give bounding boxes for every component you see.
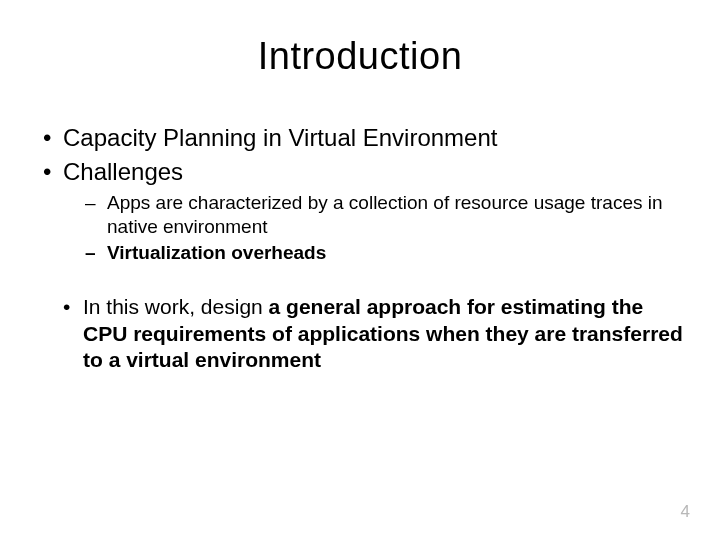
bullet-in-this-work-pre: In this work, design: [83, 295, 269, 318]
slide-title: Introduction: [30, 35, 690, 78]
page-number: 4: [681, 502, 690, 522]
slide: Introduction Capacity Planning in Virtua…: [0, 0, 720, 540]
spacer: [35, 266, 690, 294]
slide-content: Capacity Planning in Virtual Environment…: [30, 123, 690, 373]
bullet-in-this-work: In this work, design a general approach …: [35, 294, 690, 373]
bullet-capacity-planning: Capacity Planning in Virtual Environment: [35, 123, 690, 153]
bullet-challenges: Challenges: [35, 157, 690, 187]
bullet-apps-characterized: Apps are characterized by a collection o…: [35, 191, 690, 239]
bullet-virtualization-overheads: Virtualization overheads: [35, 241, 690, 265]
